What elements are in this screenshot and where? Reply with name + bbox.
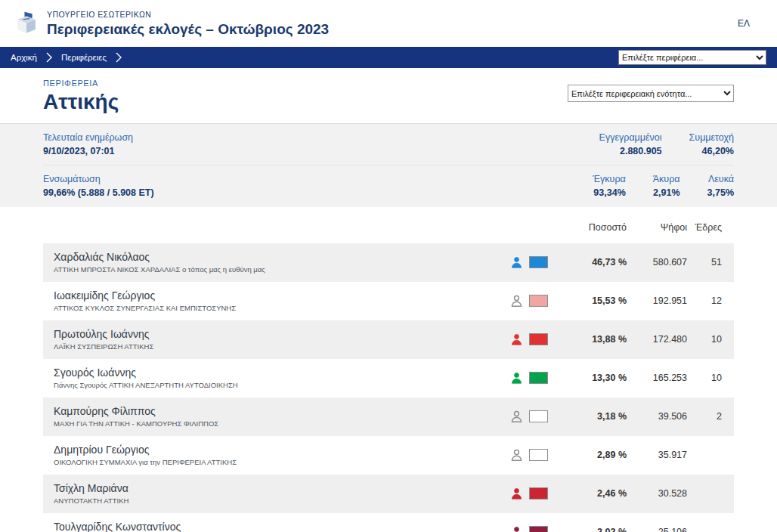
seats-value: 51	[687, 257, 734, 268]
header-votes: Ψήφοι	[627, 222, 687, 233]
votes-value: 30.528	[627, 488, 687, 499]
stat-blank: Λευκά 3,75%	[707, 172, 734, 200]
result-row[interactable]: Τουλγαρίδης Κωνσταντίνος Αντικαπιταλιστι…	[43, 513, 734, 532]
stat-participation: Συμμετοχή 46,20%	[689, 131, 734, 158]
seats-value: 10	[687, 373, 734, 383]
stat-last-update: Τελευταία ενημέρωση 9/10/2023, 07:01	[43, 131, 133, 158]
percent-value: 15,53 %	[560, 295, 627, 306]
stat-participation-label: Συμμετοχή	[689, 131, 734, 144]
results-rows: Χαρδαλιάς Νικόλαος ΑΤΤΙΚΗ ΜΠΡΟΣΤΑ ΝΙΚΟΣ …	[43, 243, 734, 532]
breadcrumb: Αρχική Περιφέρειες Επιλέξτε περιφέρεια..…	[0, 47, 777, 68]
party-flag-icon	[529, 526, 548, 532]
votes-value: 172.480	[627, 334, 687, 345]
result-row[interactable]: Ιωακειμίδης Γεώργιος ΑΤΤΙΚΟΣ ΚΥΚΛΟΣ ΣΥΝΕ…	[43, 282, 734, 320]
result-row[interactable]: Σγουρός Ιωάννης Γιάννης Σγουρός ΑΤΤΙΚΗ Α…	[43, 359, 734, 397]
person-icon	[510, 487, 523, 500]
result-row[interactable]: Χαρδαλιάς Νικόλαος ΑΤΤΙΚΗ ΜΠΡΟΣΤΑ ΝΙΚΟΣ …	[43, 243, 734, 282]
candidate-name: Ιωακειμίδης Γεώργιος	[54, 289, 510, 302]
result-row[interactable]: Τσίχλη Μαριάνα ΑΝΥΠΟΤΑΚΤΗ ΑΤΤΙΚΗ 2,46 % …	[43, 475, 734, 513]
stat-valid-label: Έγκυρα	[593, 172, 625, 186]
stat-invalid-value: 2,91%	[653, 186, 680, 200]
stat-integration-label: Ενσωμάτωση	[43, 172, 154, 186]
stat-last-update-value: 9/10/2023, 07:01	[43, 144, 133, 158]
page-title: Περιφερειακές εκλογές – Οκτώβριος 2023	[47, 21, 329, 38]
language-toggle[interactable]: ΕΛ	[738, 18, 763, 29]
candidate-name: Τσίχλη Μαριάνα	[54, 482, 510, 494]
stat-registered-value: 2.880.905	[599, 144, 662, 158]
chevron-right-icon	[46, 52, 52, 63]
results-table: Ποσοστό Ψήφοι Έδρες Χαρδαλιάς Νικόλαος Α…	[0, 207, 777, 532]
ministry-name: ΥΠΟΥΡΓΕΙΟ ΕΣΩΤΕΡΙΚΩΝ	[47, 10, 329, 19]
percent-value: 2,46 %	[560, 488, 627, 499]
results-header-row: Ποσοστό Ψήφοι Έδρες	[43, 219, 734, 243]
region-select[interactable]: Επιλέξτε περιφέρεια...	[618, 50, 766, 65]
stat-invalid-label: Άκυρα	[653, 172, 680, 186]
party-flag-icon	[529, 333, 548, 345]
region-section: ΠΕΡΙΦΕΡΕΙΑ Αττικής Επιλέξτε περιφερειακή…	[0, 68, 777, 124]
party-flag-icon	[529, 256, 548, 268]
ballot-box-logo-icon	[14, 11, 39, 36]
seats-value: 10	[687, 334, 734, 345]
stats-strip: Τελευταία ενημέρωση 9/10/2023, 07:01 Εγγ…	[0, 124, 777, 207]
stat-invalid: Άκυρα 2,91%	[653, 172, 680, 200]
stat-integration: Ενσωμάτωση 99,66% (5.888 / 5.908 ΕΤ)	[43, 172, 154, 200]
party-name: ΛΑΪΚΗ ΣΥΣΠΕΙΡΩΣΗ ΑΤΤΙΚΗΣ	[54, 342, 510, 351]
percent-value: 13,30 %	[560, 373, 627, 383]
app-header: ΥΠΟΥΡΓΕΙΟ ΕΣΩΤΕΡΙΚΩΝ Περιφερειακές εκλογ…	[0, 0, 777, 47]
votes-value: 39.506	[627, 411, 687, 422]
votes-value: 165.253	[627, 373, 687, 383]
stat-participation-value: 46,20%	[689, 144, 734, 158]
stat-registered: Εγγεγραμμένοι 2.880.905	[599, 131, 662, 158]
votes-value: 192.951	[627, 295, 687, 306]
candidate-name: Χαρδαλιάς Νικόλαος	[54, 251, 510, 263]
votes-value: 35.917	[627, 450, 687, 460]
party-flag-icon	[529, 449, 548, 461]
person-icon	[510, 295, 523, 308]
breadcrumb-item-home[interactable]: Αρχική	[11, 53, 37, 62]
stat-blank-value: 3,75%	[707, 186, 734, 200]
result-row[interactable]: Δημητρίου Γεώργιος ΟΙΚΟΛΟΓΙΚΗ ΣΥΜΜΑΧΙΑ γ…	[43, 436, 734, 475]
party-flag-icon	[529, 487, 548, 500]
candidate-name: Καμπούρης Φίλιππος	[54, 405, 510, 417]
result-row[interactable]: Καμπούρης Φίλιππος ΜΑΧΗ ΓΙΑ ΤΗΝ ΑΤΤΙΚΗ -…	[43, 397, 734, 436]
stat-blank-label: Λευκά	[707, 172, 734, 186]
stats-row-2: Ενσωμάτωση 99,66% (5.888 / 5.908 ΕΤ) Έγκ…	[43, 165, 734, 206]
percent-value: 3,18 %	[560, 411, 627, 422]
party-name: Γιάννης Σγουρός ΑΤΤΙΚΗ ΑΝΕΞΑΡΤΗΤΗ ΑΥΤΟΔΙ…	[54, 381, 510, 389]
party-name: ΑΤΤΙΚΗ ΜΠΡΟΣΤΑ ΝΙΚΟΣ ΧΑΡΔΑΛΙΑΣ ο τόπος μ…	[54, 265, 510, 274]
regional-unit-select[interactable]: Επιλέξτε περιφερειακή ενότητα...	[568, 85, 734, 102]
result-row[interactable]: Πρωτούλης Ιωάννης ΛΑΪΚΗ ΣΥΣΠΕΙΡΩΣΗ ΑΤΤΙΚ…	[43, 320, 734, 359]
header-seats: Έδρες	[687, 222, 734, 233]
person-icon	[510, 372, 523, 385]
votes-value: 580.607	[627, 257, 687, 268]
party-name: ΟΙΚΟΛΟΓΙΚΗ ΣΥΜΜΑΧΙΑ για την ΠΕΡΙΦΕΡΕΙΑ Α…	[54, 458, 510, 466]
candidate-name: Πρωτούλης Ιωάννης	[54, 328, 510, 340]
party-flag-icon	[529, 372, 548, 384]
percent-value: 2,89 %	[560, 450, 627, 460]
stats-row-1: Τελευταία ενημέρωση 9/10/2023, 07:01 Εγγ…	[43, 124, 734, 165]
party-name: ΑΤΤΙΚΟΣ ΚΥΚΛΟΣ ΣΥΝΕΡΓΑΣΙΑΣ ΚΑΙ ΕΜΠΙΣΤΟΣΥ…	[54, 304, 510, 312]
stat-integration-value: 99,66% (5.888 / 5.908 ΕΤ)	[43, 186, 154, 200]
percent-value: 2,02 %	[560, 527, 627, 532]
candidate-name: Σγουρός Ιωάννης	[54, 367, 510, 379]
party-name: ΜΑΧΗ ΓΙΑ ΤΗΝ ΑΤΤΙΚΗ - ΚΑΜΠΟΥΡΗΣ ΦΙΛΙΠΠΟΣ	[54, 419, 510, 428]
person-icon	[510, 410, 523, 423]
party-flag-icon	[529, 295, 548, 307]
person-icon	[510, 333, 523, 346]
person-icon	[510, 449, 523, 462]
stat-valid-value: 93,34%	[593, 186, 625, 200]
votes-value: 25.106	[627, 527, 687, 532]
percent-value: 13,88 %	[560, 334, 627, 345]
person-icon	[510, 256, 523, 269]
candidate-name: Τουλγαρίδης Κωνσταντίνος	[54, 521, 510, 532]
breadcrumb-item-regions[interactable]: Περιφέρειες	[61, 53, 107, 62]
person-icon	[510, 526, 523, 532]
seats-value: 2	[687, 411, 734, 422]
party-flag-icon	[529, 410, 548, 422]
seats-value: 12	[687, 295, 734, 306]
header-percent: Ποσοστό	[560, 222, 627, 233]
party-name: ΑΝΥΠΟΤΑΚΤΗ ΑΤΤΙΚΗ	[54, 496, 510, 505]
stat-last-update-label: Τελευταία ενημέρωση	[43, 131, 133, 144]
percent-value: 46,73 %	[560, 257, 627, 268]
candidate-name: Δημητρίου Γεώργιος	[54, 444, 510, 456]
